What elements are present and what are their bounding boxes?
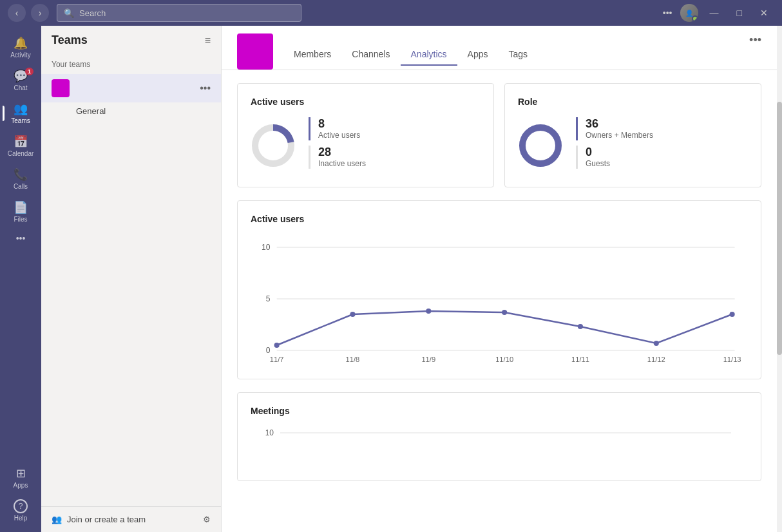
activity-icon: 🔔	[14, 36, 28, 50]
close-button[interactable]: ✕	[754, 0, 774, 26]
inactive-stat-info: 28 Inactive users	[318, 146, 366, 168]
svg-text:11/8: 11/8	[346, 356, 360, 363]
forward-button[interactable]: ›	[31, 4, 49, 22]
chat-badge: 1	[25, 68, 33, 75]
tab-apps[interactable]: Apps	[457, 44, 499, 66]
search-icon: 🔍	[64, 8, 74, 18]
join-create-team-button[interactable]: 👥 Join or create a team	[52, 515, 146, 524]
sidebar-footer: 👥 Join or create a team ⚙	[41, 506, 221, 532]
team-header-info: Members Channels Analytics Apps Tags	[283, 39, 739, 65]
role-title: Role	[518, 97, 653, 107]
sidebar-item-calendar[interactable]: 📅 Calendar	[3, 129, 39, 162]
owners-count: 36	[586, 117, 653, 131]
team-banner	[237, 33, 273, 70]
sidebar: Teams ≡ Your teams ••• General 👥 Join or…	[41, 26, 222, 532]
calendar-label: Calendar	[8, 150, 34, 157]
sidebar-title: Teams	[52, 33, 88, 47]
back-button[interactable]: ‹	[8, 4, 26, 22]
scrollbar-track[interactable]	[777, 26, 782, 532]
channel-list-item[interactable]: General	[41, 102, 221, 120]
team-header-more-button[interactable]: •••	[749, 33, 761, 47]
user-avatar[interactable]: 👤	[680, 4, 698, 22]
maximize-button[interactable]: □	[730, 0, 749, 26]
tab-members[interactable]: Members	[283, 44, 341, 66]
svg-text:11/12: 11/12	[647, 356, 665, 363]
guests-label: Guests	[586, 159, 610, 168]
svg-text:5: 5	[266, 294, 271, 303]
team-list-item[interactable]: •••	[41, 74, 221, 102]
svg-point-11	[426, 309, 431, 314]
svg-point-13	[578, 324, 583, 329]
minimize-button[interactable]: —	[703, 0, 725, 26]
sidebar-item-chat[interactable]: 💬 Chat 1	[3, 64, 39, 97]
active-label: Active users	[318, 131, 360, 140]
help-icon: ?	[14, 499, 28, 513]
titlebar-left: ‹ › 🔍 Search	[8, 4, 301, 22]
more-icon: •••	[16, 233, 26, 243]
sidebar-item-help[interactable]: ? Help	[3, 494, 39, 527]
chart2-wrapper: 10	[251, 426, 748, 468]
filter-button[interactable]: ≡	[205, 35, 211, 46]
guests-bar	[576, 146, 578, 169]
guests-count: 0	[586, 146, 610, 159]
tab-channels[interactable]: Channels	[341, 44, 400, 66]
scrollbar-thumb[interactable]	[777, 102, 782, 355]
sidebar-item-activity[interactable]: 🔔 Activity	[3, 31, 39, 64]
svg-text:11/7: 11/7	[270, 356, 284, 363]
apps-label: Apps	[14, 482, 28, 489]
svg-point-9	[274, 343, 280, 348]
sidebar-item-teams[interactable]: 👥 Teams	[3, 97, 39, 129]
nav-rail: 🔔 Activity 💬 Chat 1 👥 Teams 📅 Calendar 📞…	[0, 26, 41, 532]
svg-point-12	[502, 310, 507, 315]
active-users-donut	[251, 123, 296, 168]
calls-icon: 📞	[14, 167, 28, 182]
settings-button[interactable]: ⚙	[203, 515, 211, 524]
settings-icon: ⚙	[203, 515, 211, 524]
help-label: Help	[14, 515, 28, 522]
inactive-stat-row: 28 Inactive users	[309, 146, 366, 169]
guests-stat-row: 0 Guests	[576, 146, 653, 169]
teams-icon: 👥	[14, 102, 28, 116]
active-count: 8	[318, 117, 360, 131]
apps-icon: ⊞	[16, 466, 26, 480]
sidebar-header: Teams ≡	[41, 26, 221, 55]
chat-label: Chat	[14, 84, 27, 91]
sidebar-item-files[interactable]: 📄 Files	[3, 195, 39, 228]
svg-text:11/10: 11/10	[495, 356, 513, 363]
sidebar-item-apps[interactable]: ⊞ Apps	[3, 461, 39, 494]
activity-label: Activity	[10, 52, 31, 59]
search-bar[interactable]: 🔍 Search	[57, 4, 301, 22]
main-content: Members Channels Analytics Apps Tags •••…	[222, 26, 777, 532]
owners-label: Owners + Members	[586, 131, 653, 140]
svg-text:0: 0	[266, 346, 271, 355]
chart2-svg: 10	[251, 426, 748, 465]
chart1-svg: 10 5 0	[251, 234, 748, 363]
team-icon	[52, 79, 70, 97]
svg-text:11/11: 11/11	[571, 356, 589, 363]
calendar-icon: 📅	[14, 135, 28, 149]
chart2-title: Meetings	[251, 406, 748, 416]
team-more-button[interactable]: •••	[200, 82, 211, 94]
titlebar: ‹ › 🔍 Search ••• 👤 — □ ✕	[0, 0, 782, 26]
svg-text:10: 10	[262, 243, 271, 252]
search-placeholder: Search	[79, 8, 106, 18]
tab-analytics[interactable]: Analytics	[401, 44, 457, 66]
svg-text:11/9: 11/9	[421, 356, 435, 363]
join-team-icon: 👥	[52, 515, 62, 524]
owners-bar	[576, 117, 578, 140]
more-options-button[interactable]: •••	[660, 5, 675, 21]
files-icon: 📄	[14, 200, 28, 214]
titlebar-right: ••• 👤 — □ ✕	[660, 0, 774, 26]
owners-stat-row: 36 Owners + Members	[576, 117, 653, 140]
meetings-chart-card: Meetings 10	[237, 392, 761, 481]
sidebar-item-more[interactable]: •••	[3, 228, 39, 249]
sidebar-item-calls[interactable]: 📞 Calls	[3, 162, 39, 195]
svg-point-10	[350, 312, 355, 317]
active-users-stats: 8 Active users 28 Inactive users	[309, 117, 366, 174]
inactive-label: Inactive users	[318, 159, 366, 168]
stats-row: Active users	[237, 83, 761, 187]
files-label: Files	[14, 216, 27, 223]
tab-tags[interactable]: Tags	[498, 44, 538, 66]
online-indicator	[692, 15, 698, 22]
sidebar-spacer	[41, 120, 221, 506]
